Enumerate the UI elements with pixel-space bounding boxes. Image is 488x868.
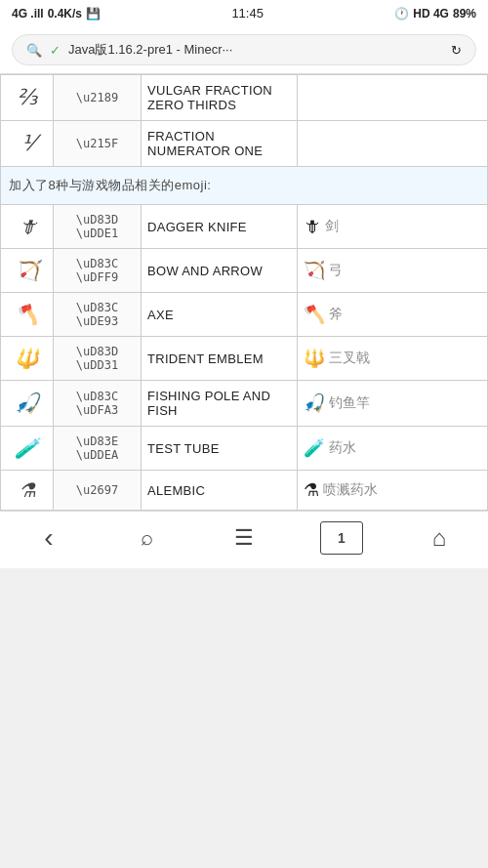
table-row: 🏹 \uD83C\uDFF9 BOW AND ARROW 🏹 弓 — [1, 249, 488, 293]
code-cell: \u2189 — [54, 75, 142, 121]
search-button[interactable]: ⌕ — [125, 521, 168, 555]
symbol-cell: 🪓 — [1, 293, 54, 337]
refresh-icon[interactable]: ↻ — [451, 43, 462, 58]
clock-icon: 🕐 — [394, 7, 409, 21]
emoji-cell: 🗡 剑 — [298, 205, 488, 249]
table-row: ⚗ \u2697 ALEMBIC ⚗ 喷溅药水 — [1, 471, 488, 511]
code-cell: \uD83C\uDFF9 — [54, 249, 142, 293]
address-bar: 🔍 ✓ Java版1.16.2-pre1 - Minecr··· ↻ — [0, 26, 488, 74]
code-cell: \uD83D\uDDE1 — [54, 205, 142, 249]
emoji-icon: 🧪 — [304, 437, 325, 459]
name-cell: TRIDENT EMBLEM — [142, 337, 298, 381]
page-number-button[interactable]: 1 — [320, 521, 363, 555]
table-row: 🔱 \uD83D\uDD31 TRIDENT EMBLEM 🔱 三叉戟 — [1, 337, 488, 381]
symbol-cell: ⅟ — [1, 121, 54, 167]
emoji-icon: ⚗ — [304, 479, 319, 501]
emoji-label: 弓 — [329, 262, 343, 279]
code-cell: \u2697 — [54, 471, 142, 511]
emoji-icon: 🏹 — [304, 260, 325, 281]
emoji-icon: 🎣 — [304, 393, 325, 414]
time-display: 11:45 — [231, 6, 264, 21]
main-content: ⅔ \u2189 VULGAR FRACTION ZERO THIRDS ⅟ \… — [0, 74, 488, 511]
url-text: Java版1.16.2-pre1 - Minecr··· — [68, 41, 443, 59]
bottom-nav: ‹ ⌕ ☰ 1 ⌂ — [0, 511, 488, 568]
name-cell: AXE — [142, 293, 298, 337]
name-cell: BOW AND ARROW — [142, 249, 298, 293]
emoji-cell: 🏹 弓 — [298, 249, 488, 293]
status-left: 4G .ill 0.4K/s 💾 — [12, 7, 101, 21]
symbol-cell: ⅔ — [1, 75, 54, 121]
name-cell: FISHING POLE AND FISH — [142, 381, 298, 427]
section-header-row: 加入了8种与游戏物品相关的emoji: — [1, 167, 488, 205]
symbol-cell: 🔱 — [1, 337, 54, 381]
url-bar[interactable]: 🔍 ✓ Java版1.16.2-pre1 - Minecr··· ↻ — [12, 34, 476, 65]
search-icon: 🔍 — [26, 43, 42, 58]
symbol-cell: 🎣 — [1, 381, 54, 427]
emoji-cell: 🔱 三叉戟 — [298, 337, 488, 381]
code-cell: \u215F — [54, 121, 142, 167]
emoji-label: 斧 — [329, 306, 343, 323]
table-row: 🗡 \uD83D\uDDE1 DAGGER KNIFE 🗡 剑 — [1, 205, 488, 249]
signal-text: 4G .ill — [12, 7, 44, 21]
name-cell: TEST TUBE — [142, 427, 298, 471]
table-row: ⅟ \u215F FRACTION NUMERATOR ONE — [1, 121, 488, 167]
emoji-label: 钓鱼竿 — [329, 394, 370, 412]
emoji-cell: 🎣 钓鱼竿 — [298, 381, 488, 427]
emoji-label: 药水 — [329, 439, 356, 457]
code-cell: \uD83D\uDD31 — [54, 337, 142, 381]
table-row: ⅔ \u2189 VULGAR FRACTION ZERO THIRDS — [1, 75, 488, 121]
status-right: 🕐 HD 4G 89% — [394, 7, 476, 21]
name-cell: VULGAR FRACTION ZERO THIRDS — [142, 75, 298, 121]
name-cell: ALEMBIC — [142, 471, 298, 511]
emoji-label: 喷溅药水 — [323, 481, 378, 499]
emoji-cell: 🪓 斧 — [298, 293, 488, 337]
emoji-label: 三叉戟 — [329, 350, 370, 367]
code-cell: \uD83C\uDFA3 — [54, 381, 142, 427]
emoji-cell: ⚗ 喷溅药水 — [298, 471, 488, 511]
status-bar: 4G .ill 0.4K/s 💾 11:45 🕐 HD 4G 89% — [0, 0, 488, 26]
back-button[interactable]: ‹ — [27, 521, 70, 555]
emoji-icon: 🪓 — [304, 304, 325, 325]
name-cell: FRACTION NUMERATOR ONE — [142, 121, 298, 167]
network-type: HD 4G — [413, 7, 449, 21]
symbol-cell: 🗡 — [1, 205, 54, 249]
symbol-cell: ⚗ — [1, 471, 54, 511]
table-row: 🧪 \uD83E\uDDEA TEST TUBE 🧪 药水 — [1, 427, 488, 471]
table-row: 🪓 \uD83C\uDE93 AXE 🪓 斧 — [1, 293, 488, 337]
emoji-label: 剑 — [325, 218, 339, 235]
battery-level: 89% — [453, 7, 476, 21]
emoji-icon: 🗡 — [304, 217, 321, 237]
home-button[interactable]: ⌂ — [418, 521, 461, 555]
save-icon: 💾 — [86, 7, 101, 21]
code-cell: \uD83C\uDE93 — [54, 293, 142, 337]
emoji-cell: 🧪 药水 — [298, 427, 488, 471]
emoji-cell — [298, 75, 488, 121]
emoji-cell — [298, 121, 488, 167]
symbol-cell: 🧪 — [1, 427, 54, 471]
speed-text: 0.4K/s — [48, 7, 82, 21]
symbol-cell: 🏹 — [1, 249, 54, 293]
table-row: 🎣 \uD83C\uDFA3 FISHING POLE AND FISH 🎣 钓… — [1, 381, 488, 427]
unicode-table: ⅔ \u2189 VULGAR FRACTION ZERO THIRDS ⅟ \… — [0, 74, 488, 511]
secure-icon: ✓ — [50, 43, 61, 58]
menu-button[interactable]: ☰ — [223, 521, 265, 555]
code-cell: \uD83E\uDDEA — [54, 427, 142, 471]
name-cell: DAGGER KNIFE — [142, 205, 298, 249]
section-header-text: 加入了8种与游戏物品相关的emoji: — [1, 167, 488, 205]
emoji-icon: 🔱 — [304, 348, 325, 369]
